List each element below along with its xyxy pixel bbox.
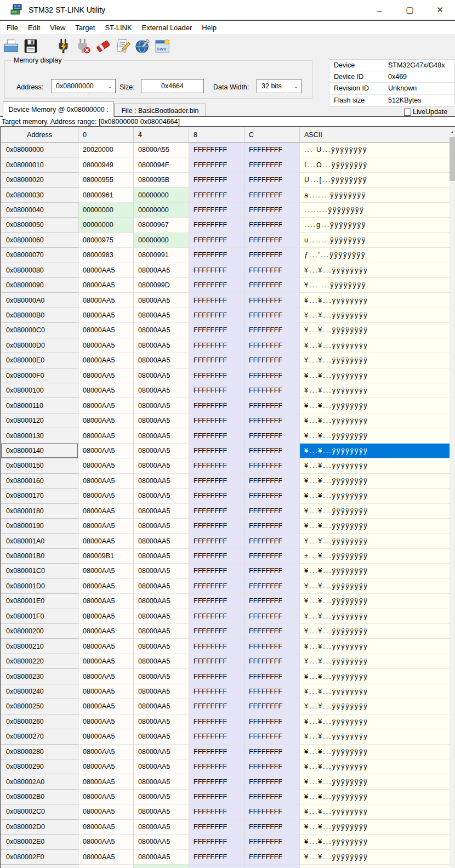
memory-cell[interactable]: 00000000 xyxy=(78,203,134,218)
row-header[interactable]: 0x08000100 xyxy=(1,383,78,398)
row-header[interactable]: 0x080001B0 xyxy=(1,549,78,564)
memory-cell[interactable]: FFFFFFFF xyxy=(244,534,300,548)
memory-cell[interactable]: 08000AA5 xyxy=(78,835,134,849)
memory-cell[interactable]: 08000AA5 xyxy=(134,820,189,835)
memory-cell[interactable]: 08000AA5 xyxy=(134,338,189,353)
menu-st-link[interactable]: ST-LINK xyxy=(100,22,136,33)
menu-view[interactable]: View xyxy=(45,22,70,33)
memory-cell[interactable] xyxy=(78,865,134,868)
ascii-cell[interactable]: ¥...¥...ÿÿÿÿÿÿÿÿ xyxy=(300,835,450,849)
memory-cell[interactable]: 08000955 xyxy=(78,173,134,188)
memory-cell[interactable]: 08000AA5 xyxy=(134,594,189,609)
ascii-cell[interactable]: ¥...¥...ÿÿÿÿÿÿÿÿ xyxy=(300,759,450,774)
memory-cell[interactable]: FFFFFFFF xyxy=(189,549,244,564)
memory-cell[interactable] xyxy=(134,865,189,868)
row-header[interactable]: 0x08000170 xyxy=(1,489,78,503)
memory-cell[interactable]: 08000AA5 xyxy=(134,699,189,714)
memory-cell[interactable]: 08000AA5 xyxy=(78,278,134,293)
memory-cell[interactable]: 080009B1 xyxy=(78,549,134,564)
memory-cell[interactable]: 08000AA5 xyxy=(78,534,134,548)
data-width-combobox[interactable]: 32 bits ⌄ xyxy=(257,79,302,93)
menu-file[interactable]: File xyxy=(2,22,23,33)
ascii-cell[interactable]: ¥...¥...ÿÿÿÿÿÿÿÿ xyxy=(300,699,450,714)
memory-cell[interactable]: FFFFFFFF xyxy=(244,714,300,729)
memory-cell[interactable] xyxy=(189,865,244,868)
memory-cell[interactable]: 08000991 xyxy=(134,248,189,263)
row-header[interactable]: 0x08000000 xyxy=(1,143,78,157)
memory-cell[interactable]: 00000000 xyxy=(134,233,189,248)
row-header[interactable] xyxy=(1,865,78,868)
memory-cell[interactable]: FFFFFFFF xyxy=(189,714,244,729)
memory-cell[interactable]: FFFFFFFF xyxy=(189,594,244,609)
memory-cell[interactable]: FFFFFFFF xyxy=(244,564,300,578)
memory-cell[interactable]: 08000AA5 xyxy=(78,669,134,684)
memory-cell[interactable]: 08000AA5 xyxy=(78,609,134,624)
memory-cell[interactable]: 08000975 xyxy=(78,233,134,248)
memory-cell[interactable]: 08000AA5 xyxy=(134,383,189,398)
memory-cell[interactable]: FFFFFFFF xyxy=(244,173,300,188)
row-header[interactable]: 0x08000090 xyxy=(1,278,78,293)
memory-cell[interactable]: FFFFFFFF xyxy=(189,519,244,534)
memory-cell[interactable]: FFFFFFFF xyxy=(189,624,244,639)
memory-cell[interactable]: 08000AA5 xyxy=(134,804,189,819)
row-header[interactable]: 0x080002B0 xyxy=(1,790,78,804)
memory-cell[interactable]: 08000AA5 xyxy=(134,474,189,489)
save-file-button[interactable] xyxy=(21,36,40,56)
row-header[interactable]: 0x080000A0 xyxy=(1,293,78,308)
ascii-cell[interactable]: ¥...¥...ÿÿÿÿÿÿÿÿ xyxy=(300,489,450,503)
memory-cell[interactable]: FFFFFFFF xyxy=(244,293,300,308)
memory-cell[interactable]: 08000AA5 xyxy=(78,759,134,774)
memory-cell[interactable]: FFFFFFFF xyxy=(244,579,300,594)
memory-cell[interactable]: FFFFFFFF xyxy=(189,504,244,519)
memory-cell[interactable]: 08000AA5 xyxy=(134,714,189,729)
memory-cell[interactable]: 08000AA5 xyxy=(78,579,134,594)
memory-cell[interactable]: 08000AA5 xyxy=(134,368,189,383)
memory-cell[interactable]: FFFFFFFF xyxy=(244,143,300,157)
memory-cell[interactable]: 08000AA5 xyxy=(78,820,134,835)
memory-cell[interactable]: FFFFFFFF xyxy=(244,774,300,789)
memory-cell[interactable]: FFFFFFFF xyxy=(244,308,300,323)
ascii-cell[interactable]: u.......ÿÿÿÿÿÿÿÿ xyxy=(300,233,450,248)
memory-cell[interactable]: 08000AA5 xyxy=(134,579,189,594)
row-header[interactable]: 0x080002D0 xyxy=(1,820,78,835)
memory-cell[interactable]: 08000AA5 xyxy=(78,489,134,503)
memory-cell[interactable]: FFFFFFFF xyxy=(189,790,244,804)
open-file-button[interactable] xyxy=(2,36,20,56)
row-header[interactable]: 0x080000D0 xyxy=(1,338,78,353)
ascii-cell[interactable]: ¥...¥...ÿÿÿÿÿÿÿÿ xyxy=(300,654,450,669)
memory-cell[interactable]: FFFFFFFF xyxy=(244,790,300,804)
live-update-checkbox[interactable] xyxy=(404,109,411,116)
ascii-cell[interactable]: ¥...¥...ÿÿÿÿÿÿÿÿ xyxy=(300,308,450,323)
row-header[interactable]: 0x08000130 xyxy=(1,428,78,443)
memory-cell[interactable]: 08000AA5 xyxy=(134,549,189,564)
memory-cell[interactable]: FFFFFFFF xyxy=(189,338,244,353)
memory-cell[interactable]: 08000AA5 xyxy=(134,669,189,684)
memory-cell[interactable]: FFFFFFFF xyxy=(189,188,244,202)
memory-cell[interactable]: 08000AA5 xyxy=(134,729,189,744)
ascii-cell[interactable]: ¥...¥...ÿÿÿÿÿÿÿÿ xyxy=(300,669,450,684)
memory-cell[interactable]: FFFFFFFF xyxy=(189,835,244,849)
memory-cell[interactable]: FFFFFFFF xyxy=(189,323,244,338)
memory-cell[interactable]: 08000AA5 xyxy=(78,458,134,473)
ascii-cell[interactable]: a.......ÿÿÿÿÿÿÿÿ xyxy=(300,188,450,202)
memory-cell[interactable]: FFFFFFFF xyxy=(244,188,300,202)
memory-cell[interactable]: FFFFFFFF xyxy=(244,353,300,368)
ascii-cell[interactable]: ....g...ÿÿÿÿÿÿÿÿ xyxy=(300,218,450,232)
ascii-cell[interactable]: ¥...¥...ÿÿÿÿÿÿÿÿ xyxy=(300,579,450,594)
ascii-cell[interactable]: ¥...¥...ÿÿÿÿÿÿÿÿ xyxy=(300,624,450,639)
memory-cell[interactable]: 08000AA5 xyxy=(78,850,134,865)
row-header[interactable]: 0x08000110 xyxy=(1,398,78,413)
row-header[interactable]: 0x08000010 xyxy=(1,157,78,172)
ascii-cell[interactable]: ¥...¥...ÿÿÿÿÿÿÿÿ xyxy=(300,609,450,624)
row-header[interactable]: 0x080000E0 xyxy=(1,353,78,368)
memory-cell[interactable]: 08000AA5 xyxy=(134,428,189,443)
program-verify-button[interactable] xyxy=(113,36,132,56)
ascii-cell[interactable]: ¥...¥...ÿÿÿÿÿÿÿÿ xyxy=(300,398,450,413)
close-button[interactable]: ✕ xyxy=(425,0,455,20)
row-header[interactable]: 0x080002C0 xyxy=(1,804,78,819)
row-header[interactable]: 0x08000160 xyxy=(1,474,78,489)
memory-cell[interactable]: 08000AA5 xyxy=(78,338,134,353)
ascii-cell[interactable]: ¥...¥...ÿÿÿÿÿÿÿÿ xyxy=(300,458,450,473)
memory-cell[interactable]: 08000AA5 xyxy=(134,684,189,699)
row-header[interactable]: 0x080000F0 xyxy=(1,368,78,383)
